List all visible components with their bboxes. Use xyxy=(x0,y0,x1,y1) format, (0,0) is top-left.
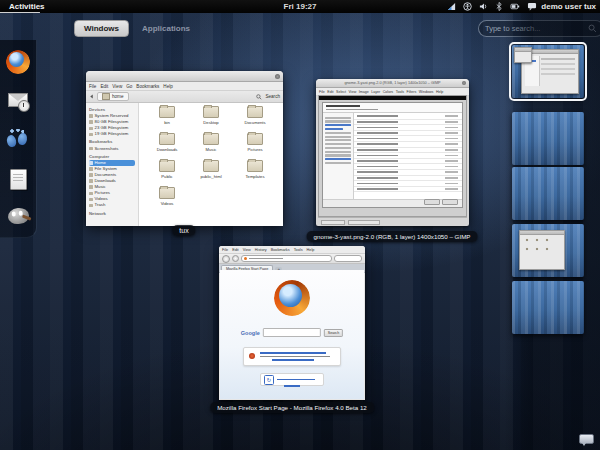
menu-file[interactable]: File xyxy=(222,248,228,252)
battery-icon[interactable] xyxy=(510,2,520,11)
folder-documents[interactable]: Documents xyxy=(233,106,277,133)
menu-windows[interactable]: Windows xyxy=(419,90,434,94)
folder-icon xyxy=(89,198,93,202)
folder-music[interactable]: Music xyxy=(189,133,233,160)
dock-documents-icon[interactable] xyxy=(4,165,32,193)
close-icon[interactable] xyxy=(462,81,466,85)
back-icon[interactable] xyxy=(89,94,94,99)
folder-desktop[interactable]: Desktop xyxy=(189,106,233,133)
google-search-button[interactable]: Search xyxy=(324,329,343,337)
google-logo: Google xyxy=(241,330,260,336)
volume-icon[interactable] xyxy=(479,2,488,11)
startpage-footer-link[interactable] xyxy=(284,385,300,387)
window-file-manager[interactable]: File Edit View Go Bookmarks Help home Se… xyxy=(86,71,283,224)
window-caption-firefox: Mozilla Firefox Start Page - Mozilla Fir… xyxy=(210,402,374,413)
dock-evolution-icon[interactable] xyxy=(4,86,32,114)
bluetooth-icon[interactable] xyxy=(495,2,503,11)
menu-filters[interactable]: Filters xyxy=(407,90,417,94)
quick-search-field[interactable] xyxy=(334,255,362,263)
sidebar-item-screenshots[interactable]: Screenshots xyxy=(89,146,138,152)
menu-image[interactable]: Image xyxy=(359,90,369,94)
search-label[interactable]: Search xyxy=(265,94,280,99)
workspace-thumbnail-3[interactable] xyxy=(512,167,584,220)
folder-public-html[interactable]: public_html xyxy=(189,160,233,187)
menu-tools[interactable]: Tools xyxy=(294,248,303,252)
dock-gimp-icon[interactable] xyxy=(4,202,32,230)
google-search-row: Google Search xyxy=(241,328,343,337)
search-icon[interactable] xyxy=(256,94,262,100)
gimp-canvas-image[interactable] xyxy=(318,95,467,217)
menu-edit[interactable]: Edit xyxy=(100,84,108,89)
menu-bookmarks[interactable]: Bookmarks xyxy=(271,248,290,252)
tab-windows[interactable]: Windows xyxy=(74,20,129,37)
google-search-input[interactable] xyxy=(263,328,321,337)
dock-firefox-icon[interactable] xyxy=(4,48,32,76)
menu-bookmarks[interactable]: Bookmarks xyxy=(136,84,159,89)
sidebar-item-trash[interactable]: Trash xyxy=(89,202,138,208)
menu-edit[interactable]: Edit xyxy=(327,90,333,94)
gimp-titlebar[interactable]: gnome-3-yast.png-2.0 (RGB, 1 layer) 1400… xyxy=(316,79,469,88)
breadcrumb[interactable]: home xyxy=(97,92,129,102)
menu-select[interactable]: Select xyxy=(336,90,346,94)
folder-pictures[interactable]: Pictures xyxy=(233,133,277,160)
folder-templates[interactable]: Templates xyxy=(233,160,277,187)
folder-bin[interactable]: bin xyxy=(145,106,189,133)
tab-applications[interactable]: Applications xyxy=(142,24,190,33)
menu-file[interactable]: File xyxy=(319,90,325,94)
menu-help[interactable]: Help xyxy=(307,248,315,252)
restore-session-button[interactable]: ↻ xyxy=(260,373,324,386)
menu-view[interactable]: View xyxy=(112,84,122,89)
workspace-thumbnail-2[interactable] xyxy=(512,112,584,165)
folder-icon xyxy=(159,160,175,172)
back-icon[interactable] xyxy=(222,255,230,263)
menu-view[interactable]: View xyxy=(243,248,251,252)
top-panel: Activities Fri 19:27 demo user tux xyxy=(0,0,600,13)
menu-tools[interactable]: Tools xyxy=(396,90,404,94)
menu-layer[interactable]: Layer xyxy=(371,90,380,94)
menu-go[interactable]: Go xyxy=(126,84,132,89)
network-signal-icon[interactable] xyxy=(447,2,456,11)
dock-empathy-icon[interactable] xyxy=(4,126,32,154)
url-field[interactable] xyxy=(241,255,332,263)
menu-file[interactable]: File xyxy=(89,84,96,89)
user-menu[interactable]: demo user tux xyxy=(527,2,596,11)
sidebar-item-19gb[interactable]: 19 GB Filesystem xyxy=(89,131,138,137)
drive-icon xyxy=(89,133,93,137)
workspace-thumbnail-1[interactable] xyxy=(512,45,584,98)
home-icon xyxy=(89,161,93,165)
system-tray: demo user tux xyxy=(447,0,596,13)
nautilus-titlebar[interactable] xyxy=(86,71,283,82)
accessibility-icon[interactable] xyxy=(463,2,472,11)
workspace-thumbnail-4[interactable] xyxy=(512,224,584,277)
menu-edit[interactable]: Edit xyxy=(232,248,239,252)
menu-history[interactable]: History xyxy=(255,248,267,252)
close-icon[interactable] xyxy=(275,74,280,79)
drive-icon xyxy=(89,120,93,124)
gimp-title-label: gnome-3-yast.png-2.0 (RGB, 1 layer) 1400… xyxy=(344,81,440,85)
firefox-logo xyxy=(274,280,310,316)
nautilus-menubar: File Edit View Go Bookmarks Help xyxy=(86,82,283,91)
message-tray-chat-icon[interactable] xyxy=(579,434,593,445)
folder-public[interactable]: Public xyxy=(145,160,189,187)
folder-icon xyxy=(89,173,93,177)
menu-colors[interactable]: Colors xyxy=(383,90,393,94)
workspace1-small-mini-window xyxy=(514,47,532,63)
workspace-thumbnail-5[interactable] xyxy=(512,281,584,334)
firefox-menubar: File Edit View History Bookmarks Tools H… xyxy=(219,246,365,254)
menu-help[interactable]: Help xyxy=(436,90,443,94)
drive-icon xyxy=(89,167,93,171)
drive-icon xyxy=(89,114,93,118)
workspace4-filemanager-mini-window xyxy=(519,230,565,270)
folder-icon xyxy=(89,192,93,196)
folder-downloads[interactable]: Downloads xyxy=(145,133,189,160)
menu-help[interactable]: Help xyxy=(163,84,172,89)
forward-icon[interactable] xyxy=(232,255,239,262)
window-gimp[interactable]: gnome-3-yast.png-2.0 (RGB, 1 layer) 1400… xyxy=(316,79,469,226)
window-firefox[interactable]: File Edit View History Bookmarks Tools H… xyxy=(219,246,365,400)
folder-videos[interactable]: Videos xyxy=(145,187,189,214)
startpage-notice-box[interactable] xyxy=(243,347,341,366)
breadcrumb-label: home xyxy=(112,94,124,99)
folder-icon xyxy=(89,179,93,183)
menu-view[interactable]: View xyxy=(349,90,357,94)
trash-icon xyxy=(89,204,93,208)
